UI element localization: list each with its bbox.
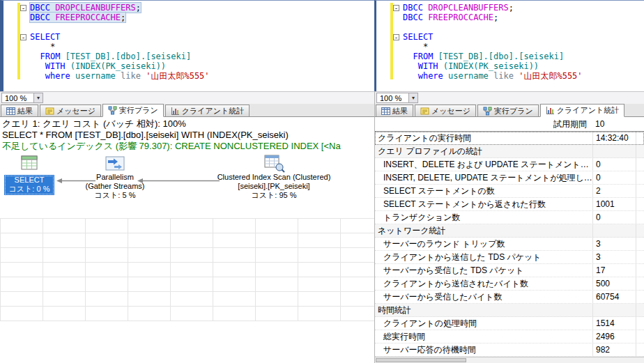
stat-value: 1514 — [592, 317, 636, 330]
stat-label: クライアントの実行時間 — [375, 132, 592, 144]
stat-value — [592, 224, 636, 237]
fold-collapse-icon[interactable]: - — [393, 32, 403, 42]
stats-data-row[interactable]: クライアントから送信されたバイト数500 — [375, 277, 644, 291]
stats-data-row[interactable]: 総実行時間2496 — [375, 330, 644, 343]
sql-editor-left[interactable]: -DBCC DROPCLEANBUFFERS;DBCC FREEPROCCACH… — [0, 0, 374, 91]
stats-data-row[interactable]: サーバーから受信したバイト数60754 — [375, 291, 644, 304]
tab-execution-plan[interactable]: 実行プラン — [102, 104, 164, 117]
fold-spacer — [20, 71, 30, 81]
stat-value: 2 — [592, 185, 636, 197]
stat-label: クエリ プロファイルの統計 — [375, 145, 592, 157]
results-grid-empty[interactable] — [0, 218, 374, 321]
stats-data-row[interactable]: サーバーのラウンド トリップ数3 — [375, 238, 644, 251]
tab-messages[interactable]: メッセージ — [415, 105, 476, 116]
code-line: -DBCC DROPCLEANBUFFERS; — [393, 3, 644, 13]
track-changes-bar — [390, 3, 393, 79]
editor-horizontal-scrollbar[interactable] — [418, 92, 644, 104]
fold-collapse-icon[interactable]: - — [20, 32, 30, 42]
stats-header-row: 試用期間 10 — [375, 117, 644, 132]
stat-trend-cell — [636, 317, 644, 330]
scrollbar-thumb[interactable] — [376, 358, 466, 362]
stats-data-row[interactable]: サーバー応答の待機時間982 — [375, 343, 644, 357]
fold-spacer — [393, 61, 403, 71]
sql-editor-right[interactable]: -DBCC DROPCLEANBUFFERS;DBCC FREEPROCCACH… — [374, 0, 644, 91]
fold-spacer — [393, 22, 403, 32]
editor-zoom-bar: 100 % ▾ — [374, 91, 644, 104]
tab-messages[interactable]: メッセージ — [40, 105, 101, 116]
stat-value: 17 — [592, 264, 636, 277]
stat-value: 1001 — [592, 198, 636, 210]
tab-execution-plan[interactable]: 実行プラン — [477, 105, 539, 116]
tab-results[interactable]: 結果 — [1, 105, 38, 116]
code-area[interactable]: -DBCC DROPCLEANBUFFERS;DBCC FREEPROCCACH… — [393, 1, 644, 91]
track-changes-bar — [17, 3, 20, 79]
tab-label: 実行プラン — [494, 106, 533, 116]
query-cost-header: クエリ 1: クエリ コスト (バッチ 相対): 100% — [2, 118, 372, 130]
tab-results[interactable]: 結果 — [376, 105, 413, 116]
stats-section-row[interactable]: クエリ プロファイルの統計 — [375, 145, 644, 158]
left-query-pane: -DBCC DROPCLEANBUFFERS;DBCC FREEPROCCACH… — [0, 0, 374, 363]
stat-trend-cell — [636, 198, 644, 210]
tab-label: メッセージ — [431, 106, 470, 116]
fold-collapse-icon[interactable]: - — [393, 3, 403, 13]
stats-data-row[interactable]: SELECT ステートメントの数2 — [375, 185, 644, 198]
stats-data-row[interactable]: SELECT ステートメントから返された行数1001 — [375, 198, 644, 211]
code-area[interactable]: -DBCC DROPCLEANBUFFERS;DBCC FREEPROCCACH… — [20, 1, 374, 91]
query-statement-text: SELECT * FROM [TEST_DB].[dbo].[seiseki] … — [2, 130, 372, 141]
stats-data-row[interactable]: クライアントから送信した TDS パケット3 — [375, 251, 644, 264]
tab-label: 結果 — [17, 106, 33, 116]
execution-plan-panel: クエリ 1: クエリ コスト (バッチ 相対): 100% SELECT * F… — [0, 117, 374, 363]
tab-client-statistics[interactable]: クライアント統計 — [165, 105, 250, 116]
fold-spacer — [20, 61, 30, 71]
stat-label: クライアントから送信した TDS パケット — [375, 251, 592, 263]
stat-trend-cell — [636, 277, 644, 290]
results-grid-icon — [6, 107, 15, 116]
node-cost: コスト: 95 % — [203, 191, 345, 200]
missing-index-link[interactable]: 不足しているインデックス (影響 79.307): CREATE NONCLUS… — [2, 141, 372, 152]
editor-horizontal-scrollbar[interactable] — [43, 92, 374, 104]
plan-node-clustered-index-scan[interactable]: Clustered Index Scan (Clustered) [seisek… — [203, 154, 345, 200]
code-line: * — [393, 42, 644, 52]
messages-icon — [420, 107, 429, 116]
fold-spacer — [20, 22, 30, 32]
chevron-down-icon: ▾ — [33, 93, 43, 102]
stat-label: サーバーのラウンド トリップ数 — [375, 238, 592, 250]
stats-data-row[interactable]: サーバーから受信した TDS パケット17 — [375, 264, 644, 277]
stat-value: 14:32:40 — [592, 132, 636, 144]
fold-collapse-icon[interactable]: - — [20, 3, 30, 13]
trial-header-value: 10 — [592, 117, 636, 132]
stat-label: トランザクション数 — [375, 211, 592, 224]
plan-node-select[interactable]: SELECT コスト: 0 % — [3, 154, 55, 195]
stats-data-row[interactable]: INSERT, DELETE, UPDATE ステートメントが処理した行...0 — [375, 171, 644, 185]
code-line: where username like '山田太郎%555' — [20, 71, 374, 81]
right-query-pane: -DBCC DROPCLEANBUFFERS;DBCC FREEPROCCACH… — [374, 0, 644, 363]
plan-node-parallelism[interactable]: Parallelism (Gather Streams) コスト: 5 % — [79, 154, 151, 200]
fold-spacer — [393, 71, 403, 81]
stats-section-row[interactable]: 時間統計 — [375, 304, 644, 317]
zoom-level-select[interactable]: 100 % ▾ — [1, 93, 43, 103]
stats-data-row[interactable]: クライアントの処理時間1514 — [375, 317, 644, 330]
stat-trend-cell — [636, 224, 644, 237]
stat-label: INSERT、DELETE および UPDATE ステートメントの数 — [375, 158, 592, 171]
stat-label: サーバー応答の待機時間 — [375, 343, 592, 356]
stat-trend-cell — [636, 251, 644, 263]
stats-data-row[interactable]: クライアントの実行時間14:32:40 — [375, 132, 644, 145]
stats-data-row[interactable]: トランザクション数0 — [375, 211, 644, 224]
stats-horizontal-scrollbar[interactable] — [374, 357, 644, 363]
execution-plan-icon — [108, 106, 117, 115]
select-result-icon — [3, 154, 55, 173]
node-title: SELECT — [4, 176, 54, 185]
stat-label: INSERT, DELETE, UPDATE ステートメントが処理した行... — [375, 171, 592, 184]
plan-diagram: SELECT コスト: 0 % Parallelism (Gather — [2, 154, 372, 218]
stats-section-row[interactable]: ネットワーク統計 — [375, 224, 644, 238]
stat-label: ネットワーク統計 — [375, 224, 592, 237]
stat-value: 0 — [592, 211, 636, 224]
client-statistics-icon — [546, 106, 555, 115]
zoom-value: 100 % — [380, 94, 401, 102]
client-statistics-panel: 試用期間 10 クライアントの実行時間14:32:40クエリ プロファイルの統計… — [374, 117, 644, 357]
stat-trend-cell — [636, 145, 644, 157]
zoom-level-select[interactable]: 100 % ▾ — [376, 93, 418, 103]
tab-client-statistics[interactable]: クライアント統計 — [540, 104, 625, 117]
stats-data-row[interactable]: INSERT、DELETE および UPDATE ステートメントの数0 — [375, 158, 644, 171]
results-grid-icon — [381, 107, 390, 116]
